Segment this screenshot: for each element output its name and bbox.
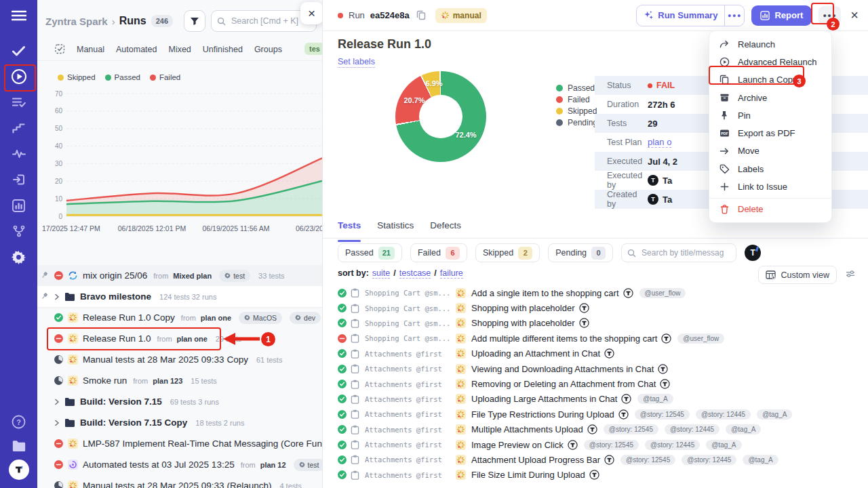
sort-by-failure[interactable]: failure: [440, 268, 463, 279]
breadcrumb-section: Runs: [119, 15, 146, 27]
run-list-item[interactable]: Automated tests at 03 Jul 2025 13:25from…: [37, 454, 322, 475]
menu-item-launch-a-copy[interactable]: Launch a Copy: [709, 71, 831, 89]
filter-pending[interactable]: Pending0: [548, 243, 613, 262]
select-all-icon[interactable]: [55, 44, 65, 54]
copy-run-id-icon[interactable]: [416, 10, 426, 20]
sign-in-icon[interactable]: [0, 167, 37, 192]
tab-tests[interactable]: Tests: [338, 220, 361, 238]
set-labels-link[interactable]: Set labels: [338, 57, 375, 68]
bar-chart-icon[interactable]: [0, 192, 37, 218]
menu-item-link-to-issue[interactable]: Link to Issue: [709, 178, 831, 195]
help-icon[interactable]: ?: [0, 410, 37, 434]
test-list-item[interactable]: Shopping Cart @sm...Shopping with placeh…: [323, 316, 868, 331]
plan-link[interactable]: plan one: [201, 314, 231, 322]
profile-avatar[interactable]: [0, 458, 37, 481]
svg-text:06/23/202: 06/23/202: [296, 224, 322, 232]
run-list-item[interactable]: Smoke runfromplan 12315 tests: [37, 370, 322, 391]
runs-tab-groups[interactable]: Groups: [254, 45, 282, 54]
manual-run-icon: [68, 354, 78, 365]
svg-text:10: 10: [55, 195, 63, 203]
test-list-item[interactable]: Attachments @firstFile Size Limit During…: [323, 468, 868, 483]
test-search-input[interactable]: [640, 247, 730, 258]
test-title: Shopping with placeholder: [471, 303, 575, 313]
run-meta: 124 tests 32 runs: [159, 293, 216, 301]
breadcrumb-project[interactable]: Zyntra Spark: [45, 16, 108, 27]
runs-tab-manual[interactable]: Manual: [77, 45, 104, 54]
filter-passed[interactable]: Passed21: [338, 243, 402, 262]
menu-item-archive[interactable]: Archive: [709, 89, 831, 106]
menu-item-pin[interactable]: Pin: [709, 106, 831, 124]
filter-button[interactable]: [184, 10, 205, 32]
play-circle-icon[interactable]: [0, 64, 37, 89]
view-settings-icon[interactable]: [845, 269, 856, 279]
activity-icon[interactable]: [0, 141, 37, 167]
run-list-item[interactable]: mix origin 25/06fromMixed plantest33 tes…: [37, 265, 322, 286]
list-check-icon[interactable]: [0, 89, 37, 115]
menu-item-labels[interactable]: Labels: [709, 160, 831, 178]
env-chip: test: [219, 270, 250, 282]
test-list-item[interactable]: Attachments @firstUploading an Attachmen…: [323, 346, 868, 361]
test-plan-link[interactable]: plan o: [648, 137, 671, 148]
close-panel-button[interactable]: ×: [300, 2, 323, 24]
run-summary-button[interactable]: Run Summary ●●●: [636, 5, 745, 26]
run-list-item[interactable]: LMP-587 Implement Real-Time Chat Messagi…: [37, 433, 322, 454]
steps-icon[interactable]: [0, 115, 37, 141]
filter-failed[interactable]: Failed6: [410, 243, 467, 262]
filter-skipped[interactable]: Skipped2: [475, 243, 540, 262]
runs-tab-unfinished[interactable]: Unfinished: [203, 45, 243, 54]
assignee-avatar[interactable]: T: [745, 245, 761, 261]
test-list-item[interactable]: Attachments @firstUploading Large Attach…: [323, 392, 868, 407]
sort-by-suite[interactable]: suite: [372, 268, 390, 279]
test-list-item[interactable]: Attachments @firstAttachment Upload Prog…: [323, 452, 868, 467]
sort-by-testcase[interactable]: testcase: [399, 268, 431, 279]
user-value[interactable]: TTa: [648, 194, 672, 205]
run-list-item[interactable]: Build: Version 7.15 Copy18 tests 2 runs: [37, 412, 322, 433]
manual-run-icon: [68, 312, 78, 323]
menu-item-delete[interactable]: Delete: [709, 201, 831, 218]
run-list-item[interactable]: Manual tests at 28 Mar 2025 09:33 Copy61…: [37, 349, 322, 370]
assignee-avatar-icon: [660, 379, 670, 389]
branch-icon[interactable]: [0, 218, 37, 244]
menu-item-relaunch[interactable]: Relaunch: [709, 35, 831, 53]
plan-link[interactable]: plan 123: [153, 377, 182, 385]
plan-link[interactable]: plan one: [177, 335, 208, 343]
tab-statistics[interactable]: Statistics: [377, 220, 414, 238]
user-value[interactable]: TTa: [648, 175, 672, 186]
plan-link[interactable]: plan 12: [260, 461, 286, 469]
run-list-item[interactable]: Build: Version 7.1569 tests 3 runs: [37, 391, 322, 412]
check-icon[interactable]: [0, 38, 37, 64]
tab-defects[interactable]: Defects: [430, 220, 461, 238]
passed-status-icon: [338, 441, 347, 449]
test-search-field[interactable]: [621, 243, 736, 262]
test-list-item[interactable]: Shopping Cart @sm...Shopping with placeh…: [323, 300, 868, 315]
test-list-item[interactable]: Attachments @firstMultiple Attachments U…: [323, 422, 868, 437]
menu-item-export-as-pdf[interactable]: PDFExport as PDF: [709, 124, 831, 142]
test-list-item[interactable]: Attachments @firstFile Type Restrictions…: [323, 407, 868, 422]
menu-item-move[interactable]: Move: [709, 142, 831, 160]
run-title: Automated tests at 03 Jul 2025 13:25: [83, 460, 235, 470]
detail-label: Tests: [607, 119, 648, 128]
run-list-item[interactable]: Release Run 1.0 Copyfromplan oneMacOSdev…: [37, 307, 322, 328]
table-view-icon: [766, 270, 776, 279]
gear-icon[interactable]: [0, 244, 37, 270]
runs-tab-mixed[interactable]: Mixed: [168, 45, 191, 54]
run-list-item[interactable]: Release Run 1.0fromplan one29 tests: [37, 328, 322, 349]
test-list-item[interactable]: Attachments @firstViewing and Downloadin…: [323, 361, 868, 376]
menu-icon[interactable]: [0, 4, 37, 27]
projects-icon[interactable]: [0, 434, 37, 458]
plan-link[interactable]: Mixed plan: [173, 272, 212, 280]
report-button[interactable]: Report: [751, 5, 812, 26]
run-list-item[interactable]: Manual tests at 28 Mar 2025 09:33 (Relau…: [37, 475, 322, 488]
test-list-item[interactable]: Shopping Cart @sm...Add a single item to…: [323, 285, 868, 300]
run-summary-more-button[interactable]: ●●●: [725, 12, 744, 19]
menu-item-advanced-relaunch[interactable]: Advanced Relaunch: [709, 53, 831, 70]
runs-search-input[interactable]: [230, 16, 311, 26]
runs-tab-automated[interactable]: Automated: [116, 45, 157, 54]
close-run-button[interactable]: ×: [850, 7, 859, 23]
test-list-item[interactable]: Attachments @firstImage Preview on Click…: [323, 437, 868, 452]
test-list-item[interactable]: Shopping Cart @sm...Add multiple differe…: [323, 331, 868, 346]
custom-view-button[interactable]: Custom view: [758, 266, 837, 284]
test-list-item[interactable]: Attachments @firstRemoving or Deleting a…: [323, 376, 868, 391]
run-list-item[interactable]: Bravo milestone124 tests 32 runs: [37, 286, 322, 307]
run-tag-chip-overflow[interactable]: tes: [304, 43, 323, 55]
